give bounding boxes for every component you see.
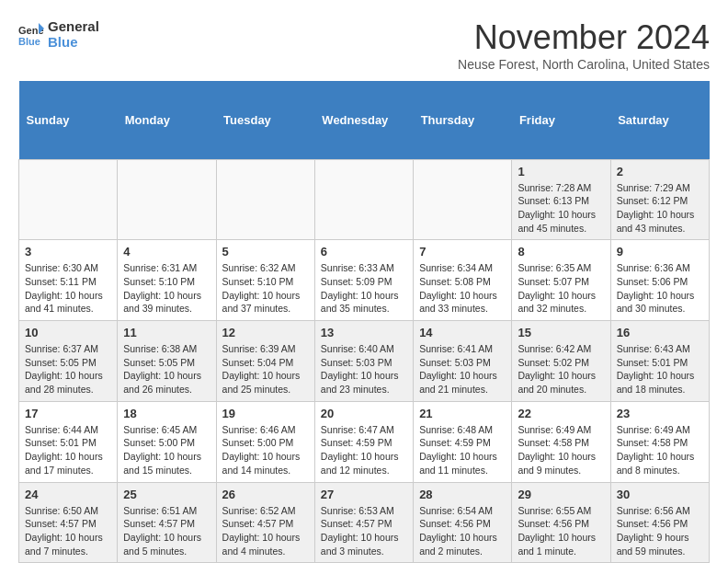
header-wednesday: Wednesday [314, 81, 413, 159]
day-number: 17 [25, 407, 111, 420]
calendar-cell: 11Sunrise: 6:38 AM Sunset: 5:05 PM Dayli… [118, 321, 216, 402]
header-thursday: Thursday [414, 81, 512, 159]
day-info: Sunrise: 6:49 AM Sunset: 4:58 PM Dayligh… [518, 423, 604, 477]
day-number: 8 [518, 245, 604, 259]
day-number: 14 [419, 326, 506, 339]
day-info: Sunrise: 6:32 AM Sunset: 5:10 PM Dayligh… [222, 261, 309, 316]
calendar-cell [19, 159, 118, 240]
header-monday: Monday [118, 81, 216, 159]
location: Neuse Forest, North Carolina, United Sta… [458, 57, 710, 72]
calendar-cell: 2Sunrise: 7:29 AM Sunset: 6:12 PM Daylig… [610, 159, 709, 240]
calendar-cell: 23Sunrise: 6:49 AM Sunset: 4:58 PM Dayli… [610, 401, 709, 482]
day-info: Sunrise: 6:35 AM Sunset: 5:07 PM Dayligh… [518, 261, 604, 316]
day-number: 10 [25, 326, 111, 339]
day-info: Sunrise: 6:43 AM Sunset: 5:01 PM Dayligh… [617, 342, 703, 396]
day-info: Sunrise: 6:46 AM Sunset: 5:00 PM Dayligh… [222, 423, 309, 477]
day-info: Sunrise: 6:42 AM Sunset: 5:02 PM Dayligh… [518, 342, 604, 396]
calendar-cell: 10Sunrise: 6:37 AM Sunset: 5:05 PM Dayli… [19, 321, 118, 402]
day-number: 4 [123, 245, 210, 259]
calendar-cell [414, 159, 512, 240]
calendar-cell: 28Sunrise: 6:54 AM Sunset: 4:56 PM Dayli… [414, 482, 512, 563]
day-number: 19 [222, 407, 309, 420]
day-info: Sunrise: 7:28 AM Sunset: 6:13 PM Dayligh… [518, 181, 604, 236]
calendar-cell: 25Sunrise: 6:51 AM Sunset: 4:57 PM Dayli… [118, 482, 216, 563]
calendar-cell: 3Sunrise: 6:30 AM Sunset: 5:11 PM Daylig… [19, 240, 118, 321]
calendar-cell: 4Sunrise: 6:31 AM Sunset: 5:10 PM Daylig… [118, 240, 216, 321]
calendar-week-row: 24Sunrise: 6:50 AM Sunset: 4:57 PM Dayli… [19, 482, 710, 563]
day-info: Sunrise: 6:56 AM Sunset: 4:56 PM Dayligh… [617, 504, 703, 558]
day-number: 11 [123, 326, 210, 339]
day-number: 30 [617, 488, 703, 501]
calendar-cell: 27Sunrise: 6:53 AM Sunset: 4:57 PM Dayli… [314, 482, 413, 563]
day-number: 6 [321, 245, 407, 259]
day-info: Sunrise: 6:33 AM Sunset: 5:09 PM Dayligh… [321, 261, 407, 316]
calendar-cell: 19Sunrise: 6:46 AM Sunset: 5:00 PM Dayli… [216, 401, 314, 482]
day-number: 23 [617, 407, 703, 420]
calendar-cell: 6Sunrise: 6:33 AM Sunset: 5:09 PM Daylig… [314, 240, 413, 321]
day-number: 26 [222, 488, 309, 501]
day-number: 5 [222, 245, 309, 259]
calendar-table: SundayMondayTuesdayWednesdayThursdayFrid… [18, 81, 710, 563]
day-number: 22 [518, 407, 604, 420]
day-number: 29 [518, 488, 604, 501]
day-info: Sunrise: 6:30 AM Sunset: 5:11 PM Dayligh… [25, 261, 111, 316]
calendar-week-row: 3Sunrise: 6:30 AM Sunset: 5:11 PM Daylig… [19, 240, 710, 321]
calendar-cell: 30Sunrise: 6:56 AM Sunset: 4:56 PM Dayli… [610, 482, 709, 563]
header-sunday: Sunday [19, 81, 118, 159]
day-info: Sunrise: 6:49 AM Sunset: 4:58 PM Dayligh… [617, 423, 703, 477]
day-number: 1 [518, 165, 604, 178]
day-info: Sunrise: 6:31 AM Sunset: 5:10 PM Dayligh… [123, 261, 210, 316]
day-info: Sunrise: 6:53 AM Sunset: 4:57 PM Dayligh… [321, 504, 407, 558]
day-info: Sunrise: 6:52 AM Sunset: 4:57 PM Dayligh… [222, 504, 309, 558]
day-number: 27 [321, 488, 407, 501]
day-info: Sunrise: 6:41 AM Sunset: 5:03 PM Dayligh… [419, 342, 506, 396]
day-info: Sunrise: 6:47 AM Sunset: 4:59 PM Dayligh… [321, 423, 407, 477]
calendar-cell: 7Sunrise: 6:34 AM Sunset: 5:08 PM Daylig… [414, 240, 512, 321]
calendar-week-row: 1Sunrise: 7:28 AM Sunset: 6:13 PM Daylig… [19, 159, 710, 240]
calendar-week-row: 10Sunrise: 6:37 AM Sunset: 5:05 PM Dayli… [19, 321, 710, 402]
day-number: 21 [419, 407, 506, 420]
day-info: Sunrise: 7:29 AM Sunset: 6:12 PM Dayligh… [617, 181, 703, 236]
day-info: Sunrise: 6:45 AM Sunset: 5:00 PM Dayligh… [123, 423, 210, 477]
calendar-cell: 18Sunrise: 6:45 AM Sunset: 5:00 PM Dayli… [118, 401, 216, 482]
calendar-cell: 1Sunrise: 7:28 AM Sunset: 6:13 PM Daylig… [512, 159, 610, 240]
day-number: 13 [321, 326, 407, 339]
calendar-header-row: SundayMondayTuesdayWednesdayThursdayFrid… [19, 81, 710, 159]
day-number: 12 [222, 326, 309, 339]
title-block: November 2024 Neuse Forest, North Caroli… [458, 18, 710, 72]
day-number: 15 [518, 326, 604, 339]
calendar-cell: 5Sunrise: 6:32 AM Sunset: 5:10 PM Daylig… [216, 240, 314, 321]
header-saturday: Saturday [610, 81, 709, 159]
day-info: Sunrise: 6:54 AM Sunset: 4:56 PM Dayligh… [419, 504, 506, 558]
calendar-cell: 29Sunrise: 6:55 AM Sunset: 4:56 PM Dayli… [512, 482, 610, 563]
day-info: Sunrise: 6:51 AM Sunset: 4:57 PM Dayligh… [123, 504, 210, 558]
day-number: 25 [123, 488, 210, 501]
page-header: General Blue General Blue November 2024 … [18, 18, 710, 72]
calendar-cell: 21Sunrise: 6:48 AM Sunset: 4:59 PM Dayli… [414, 401, 512, 482]
calendar-cell: 17Sunrise: 6:44 AM Sunset: 5:01 PM Dayli… [19, 401, 118, 482]
calendar-cell: 8Sunrise: 6:35 AM Sunset: 5:07 PM Daylig… [512, 240, 610, 321]
calendar-cell: 20Sunrise: 6:47 AM Sunset: 4:59 PM Dayli… [314, 401, 413, 482]
calendar-cell: 14Sunrise: 6:41 AM Sunset: 5:03 PM Dayli… [414, 321, 512, 402]
month-title: November 2024 [458, 18, 710, 57]
calendar-cell: 9Sunrise: 6:36 AM Sunset: 5:06 PM Daylig… [610, 240, 709, 321]
calendar-week-row: 17Sunrise: 6:44 AM Sunset: 5:01 PM Dayli… [19, 401, 710, 482]
calendar-cell: 26Sunrise: 6:52 AM Sunset: 4:57 PM Dayli… [216, 482, 314, 563]
day-info: Sunrise: 6:50 AM Sunset: 4:57 PM Dayligh… [25, 504, 111, 558]
logo-line1: General [48, 18, 99, 34]
day-number: 3 [25, 245, 111, 259]
day-info: Sunrise: 6:39 AM Sunset: 5:04 PM Dayligh… [222, 342, 309, 396]
calendar-cell: 16Sunrise: 6:43 AM Sunset: 5:01 PM Dayli… [610, 321, 709, 402]
day-number: 18 [123, 407, 210, 420]
svg-text:Blue: Blue [18, 36, 40, 47]
day-number: 2 [617, 165, 703, 178]
calendar-cell: 22Sunrise: 6:49 AM Sunset: 4:58 PM Dayli… [512, 401, 610, 482]
day-number: 28 [419, 488, 506, 501]
logo: General Blue General Blue [18, 18, 99, 50]
calendar-cell: 15Sunrise: 6:42 AM Sunset: 5:02 PM Dayli… [512, 321, 610, 402]
day-number: 9 [617, 245, 703, 259]
calendar-cell: 13Sunrise: 6:40 AM Sunset: 5:03 PM Dayli… [314, 321, 413, 402]
header-friday: Friday [512, 81, 610, 159]
day-number: 20 [321, 407, 407, 420]
day-info: Sunrise: 6:36 AM Sunset: 5:06 PM Dayligh… [617, 261, 703, 316]
